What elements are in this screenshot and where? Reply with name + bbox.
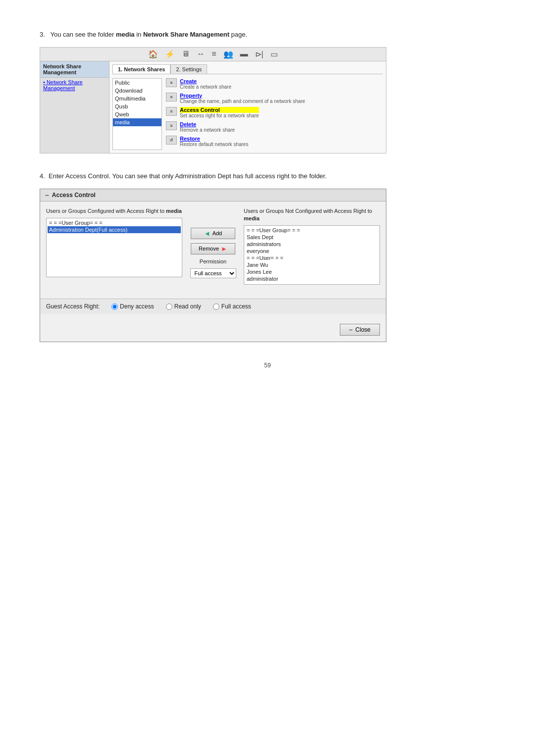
ac-footer: – Close	[40, 314, 386, 342]
arrow-icon: ↔	[197, 50, 205, 58]
delete-desc: Remove a network share	[180, 127, 235, 133]
guest-label: Guest Access Right:	[46, 303, 100, 310]
share-list: Public Qdownload Qmultimedia Qusb Qweb m…	[112, 78, 162, 150]
share-qweb[interactable]: Qweb	[113, 110, 161, 118]
ac-dash: –	[45, 191, 49, 199]
action-restore: ↺ Restore Restore default network shares	[166, 136, 383, 147]
delete-icon: ≡	[166, 121, 177, 130]
display-icon: 🖥	[182, 50, 190, 58]
step3-text: 3. You can see the folder media in Netwo…	[40, 30, 495, 40]
restore-title[interactable]: Restore	[180, 136, 248, 142]
nas-main: 1. Network Shares 2. Settings Public Qdo…	[109, 61, 386, 153]
right-item-jane[interactable]: Jane Wu	[245, 261, 378, 268]
right-item-jones[interactable]: Jones Lee	[245, 268, 378, 275]
ac-right-title: Users or Groups Not Configured with Acce…	[244, 207, 380, 223]
nas-tabs: 1. Network Shares 2. Settings	[112, 64, 383, 74]
access-control-title[interactable]: Access Control	[180, 107, 259, 113]
bar-icon: ▬	[240, 50, 248, 58]
right-item-user-header: = = =User= = =	[245, 254, 378, 261]
nas-screenshot: 🏠 ⚡ 🖥 ↔ ≡ 👥 ▬ ⊳| ▭ Network Share Managem…	[40, 47, 386, 153]
nas-sidebar: Network Share Management • Network Share…	[40, 61, 109, 153]
action-access-control: ≡ Access Control Set access right for a …	[166, 107, 383, 118]
left-item-admin-dept[interactable]: Administration Dept(Full access)	[48, 226, 181, 233]
restore-icon: ↺	[166, 136, 177, 145]
share-qmultimedia[interactable]: Qmultimedia	[113, 95, 161, 102]
sidebar-link[interactable]: • Network Share Management	[40, 78, 109, 93]
remove-arrow-icon: ►	[221, 245, 227, 252]
access-control-panel: – Access Control Users or Groups Configu…	[40, 189, 386, 343]
network-icon: ⚡	[165, 50, 175, 59]
permission-select[interactable]: Full access Read only Deny access	[190, 268, 236, 278]
ac-left-listbox[interactable]: = = =User Group= = = Administration Dept…	[46, 218, 182, 277]
remove-button[interactable]: Remove ►	[191, 243, 235, 254]
ac-right-listbox[interactable]: = = =User Group= = = Sales Dept administ…	[244, 225, 380, 285]
property-desc: Change the name, path and comment of a n…	[180, 99, 305, 104]
ac-columns: Users or Groups Configured with Access R…	[46, 207, 380, 285]
access-control-icon: ≡	[166, 107, 177, 116]
tab-network-shares[interactable]: 1. Network Shares	[112, 64, 170, 74]
action-property: ≡ Property Change the name, path and com…	[166, 93, 383, 104]
sidebar-title: Network Share Management	[40, 61, 109, 78]
create-title[interactable]: Create	[180, 78, 231, 84]
restore-desc: Restore default network shares	[180, 142, 248, 147]
window-icon: ▭	[270, 50, 278, 59]
step4-number: 4.	[40, 172, 45, 180]
nas-actions: ≡ Create Create a network share ≡ Proper…	[166, 78, 383, 150]
right-item-sales[interactable]: Sales Dept	[245, 234, 378, 241]
ac-title: Access Control	[52, 192, 96, 199]
ac-body: Users or Groups Configured with Access R…	[40, 202, 386, 297]
property-title[interactable]: Property	[180, 93, 305, 99]
nas-content: Public Qdownload Qmultimedia Qusb Qweb m…	[112, 78, 383, 150]
page-number: 59	[40, 362, 495, 369]
property-icon: ≡	[166, 93, 177, 101]
ac-left-column: Users or Groups Configured with Access R…	[46, 207, 182, 285]
ac-header: – Access Control	[40, 189, 386, 202]
permission-select-row: Full access Read only Deny access	[190, 268, 236, 278]
share-qdownload[interactable]: Qdownload	[113, 87, 161, 95]
guest-read-only[interactable]: Read only	[166, 303, 201, 310]
step-4: 4. Enter Access Control. You can see tha…	[40, 171, 495, 343]
close-dash-icon: –	[349, 326, 353, 333]
add-arrow-icon: ◄	[204, 230, 211, 237]
lines-icon: ≡	[212, 50, 216, 58]
tab-settings[interactable]: 2. Settings	[170, 64, 207, 74]
step3-number: 3.	[40, 31, 45, 38]
share-qusb[interactable]: Qusb	[113, 102, 161, 110]
left-item-group-header: = = =User Group= = =	[48, 219, 181, 226]
guest-access-row: Guest Access Right: Deny access Read onl…	[40, 299, 386, 314]
nas-topbar: 🏠 ⚡ 🖥 ↔ ≡ 👥 ▬ ⊳| ▭	[40, 48, 386, 61]
action-create: ≡ Create Create a network share	[166, 78, 383, 90]
close-button[interactable]: – Close	[340, 324, 380, 336]
create-desc: Create a network share	[180, 84, 231, 90]
delete-title[interactable]: Delete	[180, 121, 235, 127]
permission-row: Permission	[200, 258, 226, 264]
home-icon: 🏠	[148, 50, 158, 59]
guest-deny-access[interactable]: Deny access	[111, 303, 154, 310]
ac-middle: ◄ Add Remove ► Permission Full access Re…	[188, 207, 238, 285]
ac-right-column: Users or Groups Not Configured with Acce…	[244, 207, 380, 285]
right-item-everyone[interactable]: everyone	[245, 248, 378, 254]
create-icon: ≡	[166, 78, 177, 87]
next-icon: ⊳|	[255, 50, 264, 59]
action-delete: ≡ Delete Remove a network share	[166, 121, 383, 133]
guest-full-access[interactable]: Full access	[213, 303, 251, 310]
right-item-admins[interactable]: administrators	[245, 241, 378, 248]
step-3: 3. You can see the folder media in Netwo…	[40, 30, 495, 153]
ac-left-title: Users or Groups Configured with Access R…	[46, 207, 182, 215]
right-item-group-header: = = =User Group= = =	[245, 227, 378, 234]
access-control-desc: Set access right for a network share	[180, 113, 259, 118]
step4-text: 4. Enter Access Control. You can see tha…	[40, 171, 495, 182]
nas-body: Network Share Management • Network Share…	[40, 61, 386, 153]
users-icon: 👥	[223, 50, 233, 59]
share-media[interactable]: media	[113, 118, 161, 126]
add-button[interactable]: ◄ Add	[191, 228, 235, 239]
share-public[interactable]: Public	[113, 79, 161, 87]
right-item-administrator[interactable]: administrator	[245, 275, 378, 282]
